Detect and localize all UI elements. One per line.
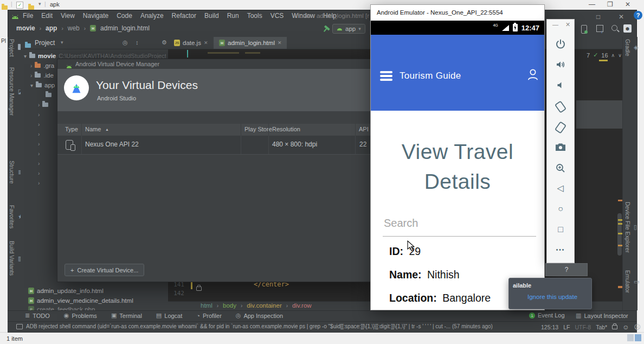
locate-icon[interactable]: ◎	[123, 39, 128, 46]
checkmark-icon[interactable]: ✓	[16, 2, 23, 9]
volume-up-icon[interactable]	[547, 59, 574, 70]
chevron-collapsed-icon[interactable]: ›	[38, 151, 40, 157]
sad-face-icon[interactable]: ☹	[634, 323, 641, 331]
overview-button-icon[interactable]: □	[547, 225, 574, 234]
tool-layout-inspector[interactable]: ▥ Layout Inspector	[576, 312, 628, 319]
avatar[interactable]: ☻	[623, 24, 632, 33]
chevron-expanded-icon[interactable]: ▾	[24, 53, 27, 59]
tree-row[interactable]: ›	[38, 100, 48, 109]
avd-dialog-titlebar[interactable]: Android Virtual Device Manager	[57, 59, 371, 69]
minimize-icon[interactable]: —	[552, 21, 558, 28]
zoom-icon[interactable]	[547, 163, 574, 174]
crumb-row[interactable]: div.row	[292, 302, 312, 309]
emulator-titlebar[interactable]: Android Emulator - Nexus_One_API_22:5554	[371, 5, 544, 21]
menu-analyze[interactable]: Analyze	[140, 12, 164, 20]
status-message[interactable]: ADB rejected shell command (uid=`run-as …	[26, 323, 517, 329]
chevron-collapsed-icon[interactable]: ›	[38, 180, 40, 186]
search-input[interactable]: Search	[384, 217, 418, 230]
file-encoding[interactable]: UTF-8	[575, 324, 591, 330]
inspections-widget[interactable]: 7 ✓ 16 ∧ ∨	[587, 52, 622, 59]
hamburger-menu-icon[interactable]	[380, 71, 392, 81]
avd-table-row[interactable]: Nexus One API 22 480 × 800: hdpi 22	[57, 136, 371, 154]
chevron-expanded-icon[interactable]: ▾	[30, 82, 33, 88]
status-icon[interactable]	[16, 324, 23, 329]
tree-row[interactable]: ›	[38, 169, 40, 177]
help-icon[interactable]: ?	[634, 11, 642, 20]
menu-vcs[interactable]: VCS	[271, 12, 284, 20]
menu-edit[interactable]: Edit	[41, 12, 53, 20]
column-type[interactable]: Type	[65, 126, 78, 132]
tab-admin-login-html[interactable]: H admin_login.html ✕	[214, 37, 287, 49]
chevron-collapsed-icon[interactable]: ›	[38, 161, 40, 167]
minimize-icon[interactable]: —	[589, 1, 595, 8]
chevron-collapsed-icon[interactable]: ›	[38, 141, 40, 147]
tree-row[interactable]: ›	[38, 120, 40, 129]
more-options-icon[interactable]: •••	[547, 247, 574, 253]
breadcrumb-movie[interactable]: movie	[16, 24, 35, 32]
gear-icon[interactable]: ⚙	[162, 39, 167, 46]
chevron-collapsed-icon[interactable]: ›	[38, 102, 40, 108]
create-virtual-device-button[interactable]: + Create Virtual Device...	[65, 264, 144, 276]
expand-collapse-icon[interactable]: ↕	[136, 39, 139, 46]
tool-problems[interactable]: ◉Problems	[64, 312, 97, 319]
tree-row[interactable]: ›	[38, 110, 40, 119]
close-icon[interactable]: ✕	[204, 40, 208, 46]
line-separator[interactable]: LF	[563, 324, 570, 330]
view-toggle-icon[interactable]	[635, 334, 641, 341]
crumb-body[interactable]: body	[223, 302, 236, 309]
tool-logcat[interactable]: ▤Logcat	[156, 312, 182, 319]
column-resolution[interactable]: Resolution	[272, 126, 300, 132]
sort-asc-icon[interactable]: ▲	[105, 128, 109, 131]
rotate-right-icon[interactable]	[547, 121, 574, 134]
tool-todo[interactable]: ≣TODO	[25, 312, 50, 319]
next-icon[interactable]: ∨	[618, 53, 622, 58]
chevron-collapsed-icon[interactable]: ›	[30, 73, 32, 79]
chevron-collapsed-icon[interactable]: ›	[38, 112, 40, 118]
menu-code[interactable]: Code	[117, 12, 132, 20]
crumb-html[interactable]: html	[201, 302, 212, 309]
tree-row-idea[interactable]: › .ide	[30, 71, 54, 80]
breadcrumb-file[interactable]: admin_login.html	[100, 24, 150, 32]
back-button-icon[interactable]: ◁	[547, 184, 574, 193]
tool-profiler[interactable]: ◔Profiler	[196, 312, 222, 319]
tree-row[interactable]: ›	[38, 139, 40, 148]
build-hammer-icon[interactable]	[322, 24, 331, 36]
tree-row[interactable]: ›	[38, 149, 40, 158]
menu-view[interactable]: View	[61, 12, 75, 20]
stripe-tab-gradle[interactable]: ◈ Gradle	[624, 39, 638, 56]
profile-icon[interactable]	[526, 67, 540, 84]
stripe-tab-emulator[interactable]: ▭ Emulator	[624, 270, 639, 293]
stripe-tab-device-file-explorer[interactable]: ▯ Device File Explorer	[624, 202, 637, 253]
tree-row-gradle[interactable]: › .gra	[30, 61, 54, 70]
screenshot-camera-icon[interactable]	[547, 143, 574, 151]
rotate-left-icon[interactable]	[547, 100, 574, 113]
chevron-collapsed-icon[interactable]: ›	[30, 63, 32, 69]
ignore-update-link[interactable]: Ignore this update	[527, 294, 577, 300]
menu-file[interactable]: File	[23, 12, 33, 20]
close-icon[interactable]: ✕	[278, 40, 282, 46]
close-icon[interactable]: ✕	[619, 13, 624, 21]
chevron-collapsed-icon[interactable]: ›	[38, 170, 40, 176]
tab-date-js[interactable]: JS date.js ✕	[169, 37, 212, 49]
tool-terminal[interactable]: ▣Terminal	[111, 312, 142, 319]
view-toggle-icon[interactable]	[627, 334, 634, 341]
chevron-collapsed-icon[interactable]: ›	[38, 122, 40, 128]
update-notification-balloon[interactable]: ailable Ignore this update	[508, 278, 592, 309]
caret-position[interactable]: 125:13	[541, 324, 558, 330]
chevron-down-icon[interactable]: ▾	[61, 40, 63, 45]
indent-style[interactable]: Tab*	[596, 324, 607, 330]
breadcrumb-app[interactable]: app	[46, 24, 57, 32]
volume-down-icon[interactable]	[547, 80, 574, 91]
emulator-help-button[interactable]: ?	[545, 263, 588, 276]
menu-run[interactable]: Run	[227, 12, 239, 20]
tool-event-log[interactable]: 1 Event Log	[529, 312, 565, 318]
chevron-down-icon[interactable]: ▾	[38, 1, 41, 7]
tool-app-inspection[interactable]: ◎App Inspection	[236, 312, 283, 319]
column-name[interactable]: Name	[85, 126, 101, 132]
restore-icon[interactable]: □	[596, 13, 600, 21]
menu-build[interactable]: Build	[204, 12, 219, 20]
readonly-lock-icon[interactable]	[612, 325, 617, 329]
menu-refactor[interactable]: Refactor	[172, 12, 196, 20]
tree-row-app[interactable]: ▾ app	[30, 81, 55, 90]
tree-row-file[interactable]: H admin_view_medicine_details.html	[28, 296, 133, 305]
